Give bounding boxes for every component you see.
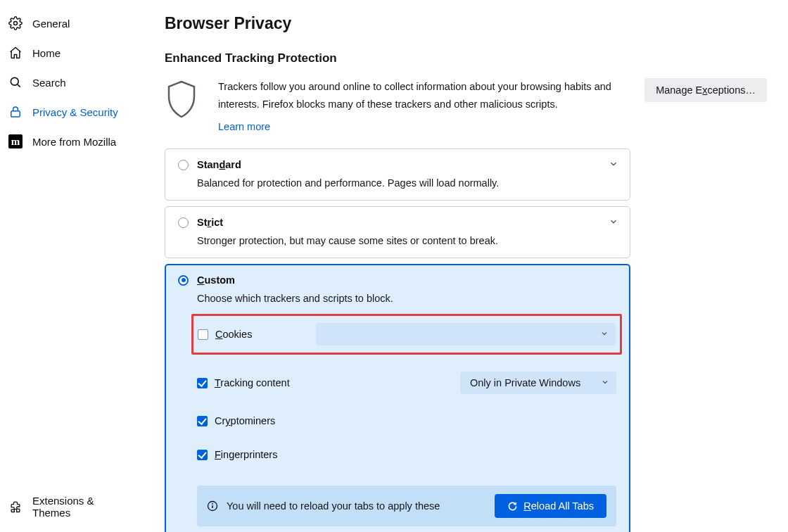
chevron-down-icon — [609, 217, 618, 229]
cryptominers-row: Cryptominers — [197, 404, 617, 438]
etp-header: Trackers follow you around online to col… — [165, 78, 767, 136]
option-standard[interactable]: Standard Balanced for protection and per… — [165, 148, 630, 201]
checkbox-cookies[interactable] — [198, 329, 208, 340]
option-strict[interactable]: Strict Stronger protection, but may caus… — [165, 206, 630, 258]
sidebar-item-label: Search — [32, 77, 66, 89]
option-title: Strict — [197, 217, 223, 228]
learn-more-link[interactable]: Learn more — [218, 118, 270, 136]
sidebar-item-label: Extensions & Themes — [32, 495, 132, 519]
shield-icon — [165, 78, 218, 119]
tracking-dropdown[interactable]: Only in Private Windows — [460, 372, 616, 394]
lock-icon — [8, 105, 23, 119]
puzzle-icon — [8, 500, 23, 514]
etp-description: Trackers follow you around online to col… — [218, 81, 611, 110]
cookies-dropdown[interactable] — [316, 323, 616, 346]
checkbox-label: Cryptominers — [215, 415, 275, 426]
option-desc: Balanced for protection and performance.… — [197, 177, 617, 189]
sidebar-item-general[interactable]: General — [0, 8, 141, 38]
sidebar-item-search[interactable]: Search — [0, 68, 141, 97]
checkbox-label: Fingerprinters — [215, 449, 277, 460]
radio-custom[interactable] — [178, 275, 189, 286]
sidebar-item-extensions[interactable]: Extensions & Themes — [0, 487, 141, 526]
radio-strict[interactable] — [178, 217, 189, 228]
option-title: Standard — [197, 159, 241, 170]
fingerprinters-row: Fingerprinters — [197, 438, 617, 471]
svg-point-0 — [14, 22, 18, 25]
option-desc: Choose which trackers and scripts to blo… — [197, 293, 617, 304]
reload-text: You will need to reload your tabs to app… — [227, 500, 486, 512]
radio-standard[interactable] — [178, 160, 189, 170]
sidebar-item-label: Home — [32, 47, 61, 59]
home-icon — [8, 46, 23, 60]
cookies-row-highlight: Cookies — [191, 314, 622, 355]
reload-notice: You will need to reload your tabs to app… — [197, 486, 616, 526]
info-icon — [207, 500, 218, 512]
chevron-down-icon — [600, 329, 609, 340]
manage-exceptions-button[interactable]: Manage Exceptions… — [644, 78, 767, 102]
sidebar-item-more[interactable]: m More from Mozilla — [0, 127, 141, 156]
sidebar-item-privacy[interactable]: Privacy & Security — [0, 97, 141, 127]
checkbox-tracking[interactable] — [197, 378, 208, 388]
checkbox-fingerprinters[interactable] — [197, 450, 208, 460]
checkbox-label: Tracking content — [215, 377, 290, 388]
sidebar-item-label: Privacy & Security — [32, 106, 118, 118]
svg-point-1 — [11, 77, 18, 85]
reload-icon — [507, 501, 518, 512]
option-desc: Stronger protection, but may cause some … — [197, 235, 617, 246]
chevron-down-icon — [609, 159, 618, 171]
chevron-down-icon — [601, 377, 609, 388]
option-custom[interactable]: Custom Choose which trackers and scripts… — [165, 264, 630, 532]
tracking-row: Tracking content Only in Private Windows — [197, 362, 616, 404]
mozilla-icon: m — [8, 134, 23, 148]
section-title: Enhanced Tracking Protection — [165, 51, 767, 65]
page-title: Browser Privacy — [165, 14, 767, 33]
gear-icon — [8, 16, 23, 30]
sidebar: General Home Search Privacy & Security — [0, 0, 141, 532]
search-icon — [8, 75, 23, 89]
checkbox-label: Cookies — [215, 329, 252, 340]
checkbox-cryptominers[interactable] — [197, 416, 208, 426]
sidebar-item-label: More from Mozilla — [32, 136, 116, 148]
svg-point-4 — [212, 503, 213, 505]
option-title: Custom — [197, 274, 235, 286]
main-content: Browser Privacy Enhanced Tracking Protec… — [141, 0, 788, 532]
sidebar-item-label: General — [32, 18, 70, 30]
sidebar-item-home[interactable]: Home — [0, 38, 141, 68]
svg-rect-2 — [11, 111, 20, 117]
reload-all-tabs-button[interactable]: Reload All Tabs — [495, 494, 606, 518]
